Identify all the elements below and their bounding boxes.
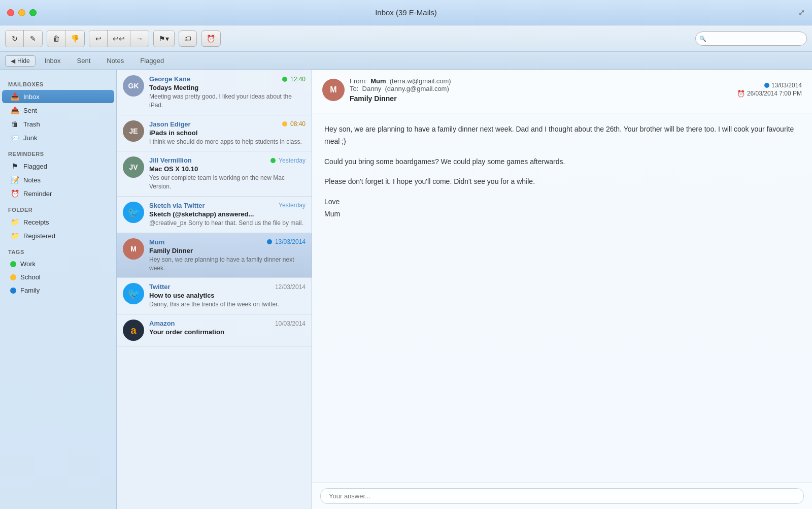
sidebar-item-notes[interactable]: 📝 Notes [2,173,114,186]
email-list-item[interactable]: a Amazon 10/03/2014 Your order confirmat… [117,314,312,346]
inbox-icon: 📥 [10,92,19,101]
sidebar-item-inbox[interactable]: 📥 Inbox [2,90,114,103]
flag-group: ⚑▾ [153,30,175,47]
refresh-compose-group: ↻ ✎ [5,30,43,47]
email-header: Sketch via Twitter Yesterday [149,202,306,209]
folder-registered-icon: 📁 [10,232,19,240]
notes-label: Notes [23,176,41,184]
email-sender: Twitter [149,283,171,291]
tab-sent[interactable]: Sent [70,55,98,67]
forward-button[interactable]: → [130,30,149,47]
hide-button[interactable]: ◀ Hide [5,55,36,67]
email-time: 12:40 [282,76,306,83]
sidebar-item-work[interactable]: Work [2,258,114,270]
sidebar-item-school[interactable]: School [2,271,114,283]
email-subject: Family Dinner [149,247,306,254]
email-list-item[interactable]: 🐦 Twitter 12/03/2014 How to use analytic… [117,278,312,314]
email-content: Amazon 10/03/2014 Your order confirmatio… [149,320,306,337]
detail-to: To: Danny (danny.g@gmail.com) [350,85,732,92]
email-list-item[interactable]: M Mum 13/03/2014 Family Dinner Hey son, … [117,233,312,278]
email-avatar: 🐦 [123,202,144,223]
flag-sidebar-icon: ⚑ [10,162,19,170]
email-header: Jill Vermillion Yesterday [149,156,306,164]
email-content: Jill Vermillion Yesterday Mac OS X 10.10… [149,156,306,191]
detail-avatar: M [322,79,345,101]
flag-button[interactable]: ⚑▾ [154,30,174,47]
email-subject: iPads in school [149,129,306,137]
inbox-label: Inbox [23,93,40,101]
email-preview: @creative_px Sorry to hear that. Send us… [149,219,306,228]
reminder-button[interactable]: ⏰ [201,30,221,47]
sidebar-item-registered[interactable]: 📁 Registered [2,229,114,242]
detail-meta: From: Mum (terra.w@gmail.com) To: Danny … [350,77,732,103]
detail-subject: Family Dinner [350,94,732,103]
email-time: Yesterday [279,202,306,209]
minimize-button[interactable] [18,9,25,16]
sidebar-item-sent[interactable]: 📤 Sent [2,104,114,117]
email-subject: Sketch (@sketchapp) answered... [149,210,306,218]
email-detail-header: M From: Mum (terra.w@gmail.com) To: Dann… [312,70,812,113]
email-header: Twitter 12/03/2014 [149,283,306,291]
work-tag-dot [10,261,16,267]
email-avatar: GK [123,75,144,97]
email-time: 10/03/2014 [275,320,306,327]
receipts-label: Receipts [23,218,49,226]
reply-input[interactable] [320,488,804,504]
traffic-lights[interactable] [7,9,37,16]
email-status-dot [282,121,287,126]
email-list-item[interactable]: GK George Kane 12:40 Todays Meeting Meet… [117,70,312,115]
tag-button[interactable]: 🏷 [179,30,197,47]
email-avatar: a [123,320,144,341]
detail-reminder-row: ⏰ 26/03/2014 7:00 PM [737,90,802,98]
from-email: (terra.w@gmail.com) [390,77,451,85]
tab-notes[interactable]: Notes [99,55,131,67]
email-time: 13/03/2014 [267,238,306,245]
detail-date-row: 13/03/2014 [737,82,802,89]
flagged-label: Flagged [23,163,47,170]
email-avatar: JV [123,156,144,178]
sent-label: Sent [23,107,37,114]
email-avatar: 🐦 [123,283,144,304]
sidebar-item-trash[interactable]: 🗑 Trash [2,117,114,131]
sub-toolbar: ◀ Hide Inbox Sent Notes Flagged [0,52,812,70]
from-label: From: [350,77,367,85]
sidebar: MAILBOXES 📥 Inbox 📤 Sent 🗑 Trash 📨 Junk … [0,70,117,509]
sidebar-item-flagged[interactable]: ⚑ Flagged [2,160,114,173]
fullscreen-button[interactable] [29,9,37,16]
tab-flagged[interactable]: Flagged [133,55,171,67]
reply-button[interactable]: ↩ [89,30,108,47]
toolbar: ↻ ✎ 🗑 👎 ↩ ↩↩ → ⚑▾ 🏷 ⏰ [0,25,812,52]
delete-button[interactable]: 🗑 [47,30,65,47]
close-button[interactable] [7,9,14,16]
main-layout: MAILBOXES 📥 Inbox 📤 Sent 🗑 Trash 📨 Junk … [0,70,812,509]
email-status-dot [267,239,272,244]
expand-icon[interactable]: ⤢ [798,8,805,17]
reply-all-button[interactable]: ↩↩ [108,30,130,47]
email-list-item[interactable]: JV Jill Vermillion Yesterday Mac OS X 10… [117,151,312,197]
email-list-item[interactable]: 🐦 Sketch via Twitter Yesterday Sketch (@… [117,197,312,233]
search-input[interactable] [695,31,807,46]
mailboxes-header: MAILBOXES [0,75,116,89]
sidebar-item-reminder[interactable]: ⏰ Reminder [2,187,114,200]
email-sender: Amazon [149,320,175,327]
tab-inbox[interactable]: Inbox [38,55,68,67]
sent-icon: 📤 [10,106,19,114]
email-subject: Your order confirmation [149,328,306,336]
email-content: George Kane 12:40 Todays Meeting Meeting… [149,75,306,110]
email-time: 08:40 [282,120,306,128]
sidebar-item-family[interactable]: Family [2,284,114,297]
sidebar-item-receipts[interactable]: 📁 Receipts [2,215,114,229]
refresh-button[interactable]: ↻ [6,30,24,47]
body-paragraph-1: Hey son, we are planning to have a famil… [324,123,800,148]
email-content: Mum 13/03/2014 Family Dinner Hey son, we… [149,238,306,273]
school-label: School [20,273,41,281]
junk-button[interactable]: 👎 [65,30,84,47]
compose-button[interactable]: ✎ [24,30,42,47]
detail-date: 13/03/2014 [771,82,802,89]
sidebar-item-junk[interactable]: 📨 Junk [2,131,114,144]
reminder-label: Reminder [23,190,52,198]
reply-bar [312,483,812,509]
detail-from-row: M From: Mum (terra.w@gmail.com) To: Dann… [322,77,802,103]
email-sender: Jason Ediger [149,120,191,128]
email-list-item[interactable]: JE Jason Ediger 08:40 iPads in school I … [117,115,312,152]
